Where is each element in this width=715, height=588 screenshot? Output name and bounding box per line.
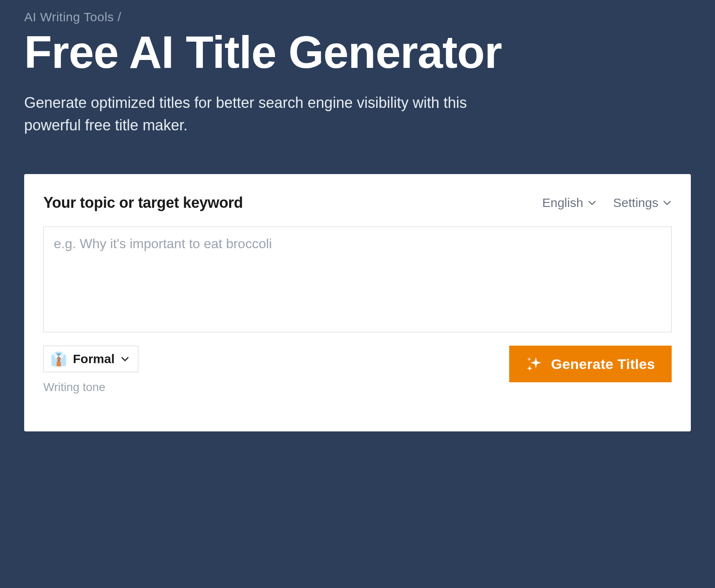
breadcrumb-separator: /: [118, 10, 121, 24]
tone-selected-label: Formal: [73, 352, 115, 366]
sparkles-icon: [526, 356, 542, 372]
necktie-icon: 👔: [50, 352, 67, 366]
topic-input[interactable]: [43, 227, 672, 332]
chevron-down-icon: [662, 198, 672, 207]
settings-selector[interactable]: Settings: [613, 196, 672, 210]
breadcrumb-parent-link[interactable]: AI Writing Tools: [24, 10, 114, 24]
page-subtitle: Generate optimized titles for better sea…: [24, 92, 482, 137]
language-selector[interactable]: English: [542, 196, 596, 210]
tone-selector[interactable]: 👔 Formal: [43, 346, 138, 372]
card-footer: 👔 Formal Writing tone Generate Titl: [43, 346, 672, 394]
settings-label: Settings: [613, 196, 658, 210]
card-header: Your topic or target keyword English Set…: [43, 194, 672, 212]
generate-button-label: Generate Titles: [551, 356, 655, 372]
breadcrumb: AI Writing Tools /: [24, 10, 691, 24]
card-heading: Your topic or target keyword: [43, 194, 243, 212]
chevron-down-icon: [588, 198, 597, 207]
generate-titles-button[interactable]: Generate Titles: [509, 346, 672, 382]
tone-caption: Writing tone: [43, 381, 138, 394]
tone-group: 👔 Formal Writing tone: [43, 346, 138, 394]
page-title: Free AI Title Generator: [24, 28, 691, 76]
card-controls: English Settings: [542, 196, 672, 210]
language-selected-label: English: [542, 196, 583, 210]
generator-card: Your topic or target keyword English Set…: [24, 174, 691, 431]
chevron-down-icon: [120, 354, 130, 364]
